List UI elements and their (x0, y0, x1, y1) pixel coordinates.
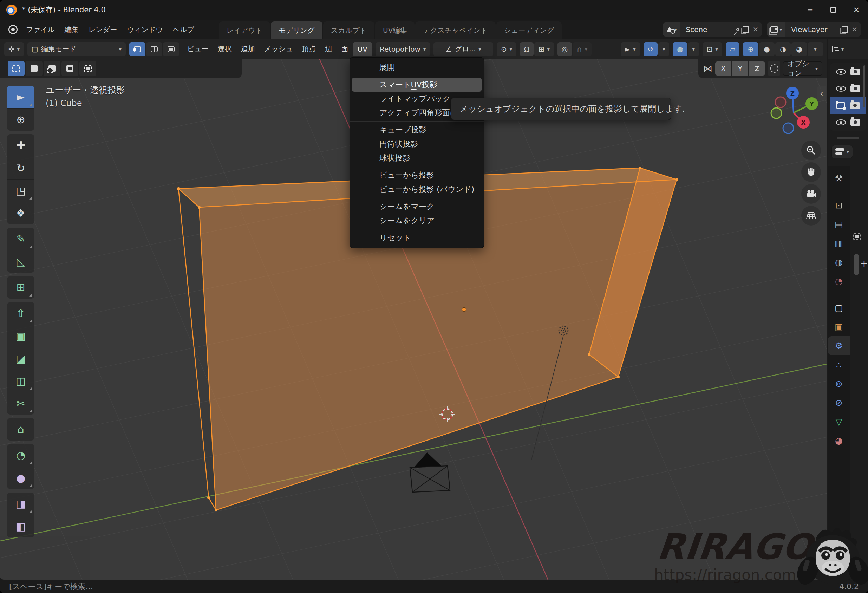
select-set-button[interactable] (8, 61, 25, 76)
edit-mode-object-icon[interactable] (836, 102, 845, 109)
menu-edit[interactable]: 編集 (60, 22, 84, 37)
tab-layout[interactable]: レイアウト (219, 21, 270, 39)
correct-face-attributes-button[interactable] (768, 61, 780, 76)
snap-toggle-button[interactable]: Ω (520, 42, 534, 56)
tab-physics[interactable]: ⊚ (828, 374, 850, 393)
eye-icon[interactable] (836, 86, 846, 92)
tab-uv-editing[interactable]: UV編集 (375, 21, 415, 39)
extra-gizmo-button[interactable]: ⊡ ▾ (703, 42, 722, 56)
falloff-button[interactable]: ∩ ▾ (573, 42, 592, 56)
shading-settings-button[interactable]: ▾ (807, 42, 823, 56)
outliner-row[interactable] (830, 114, 866, 131)
select-intersect-button[interactable] (80, 61, 96, 76)
viewlayer-name-field[interactable]: ViewLayer (785, 25, 838, 34)
tab-object[interactable]: ▣ (828, 317, 850, 336)
menu-item-sphere-projection[interactable]: 球状投影 (350, 151, 484, 165)
scene-browse-button[interactable]: ▾ (663, 22, 680, 37)
tool-smooth[interactable]: ● (7, 466, 34, 489)
tab-modeling[interactable]: モデリング (271, 21, 322, 39)
pivot-point-selector[interactable]: ⊙ ▾ (497, 42, 517, 56)
add-icon[interactable]: + (860, 258, 868, 269)
tab-sculpting[interactable]: スカルプト (323, 21, 375, 39)
tab-render[interactable]: ⊡ (828, 196, 850, 215)
menu-uv[interactable]: UV (353, 42, 372, 56)
camera-render-icon[interactable] (850, 119, 860, 126)
remove-viewlayer-icon[interactable]: ✕ (852, 25, 858, 34)
face-select-button[interactable] (163, 42, 179, 56)
outliner-filter-button[interactable]: ▾ (831, 145, 853, 158)
tab-world[interactable]: ◔ (828, 271, 850, 291)
gizmo-settings-button[interactable]: ▾ (658, 42, 669, 56)
minimize-button[interactable]: ─ (799, 0, 822, 20)
tab-collection[interactable]: ▢ (828, 298, 850, 317)
view-object-types-button[interactable]: ► ▾ (621, 42, 640, 56)
tool-bevel[interactable]: ◪ (7, 347, 34, 370)
camera-render-icon[interactable] (850, 68, 860, 75)
tool-knife[interactable]: ✂ (7, 392, 34, 415)
tool-extrude-region[interactable]: ⇧ (7, 302, 34, 325)
vertex-select-button[interactable] (129, 42, 145, 56)
select-subtract-button[interactable] (44, 61, 61, 76)
properties-scrollbar[interactable] (854, 254, 859, 275)
mirror-y-button[interactable]: Y (732, 62, 748, 75)
transform-orientation[interactable]: ∠ グロ... ▾ (434, 42, 493, 56)
tool-inset-faces[interactable]: ▣ (7, 325, 34, 347)
toggle-xray-button[interactable]: ▱ (726, 42, 740, 56)
proportional-edit-button[interactable]: ◎ (558, 42, 572, 56)
camera-render-icon[interactable] (850, 102, 860, 109)
menu-face[interactable]: 面 (337, 41, 353, 56)
eye-icon[interactable] (836, 69, 846, 75)
mirror-x-button[interactable]: X (715, 62, 731, 75)
unlink-scene-icon[interactable]: ✕ (753, 25, 759, 34)
tool-cursor[interactable]: ⊕ (7, 108, 34, 131)
pin-icon[interactable] (736, 27, 740, 31)
tool-poly-build[interactable]: ⌂ (7, 418, 34, 441)
zoom-button[interactable] (801, 140, 821, 160)
tab-object-data[interactable]: ▽ (828, 412, 850, 431)
camera-render-icon[interactable] (850, 86, 860, 92)
new-viewlayer-icon[interactable] (841, 26, 848, 33)
solid-shading-button[interactable]: ● (759, 42, 775, 56)
tool-add-cube[interactable]: ⊞ (7, 276, 34, 299)
select-invert-button[interactable] (62, 61, 78, 76)
viewlayer-browse-button[interactable]: ▾ (767, 22, 785, 37)
panel-resize-handle[interactable] (837, 137, 859, 139)
tool-loop-cut[interactable]: ◫ (7, 370, 34, 392)
tool-annotate[interactable]: ✎ (7, 228, 34, 250)
menu-select[interactable]: 選択 (213, 41, 236, 56)
eye-icon[interactable] (836, 119, 846, 125)
axis-neg-x-handle[interactable] (775, 97, 786, 108)
pan-button[interactable] (801, 162, 821, 182)
navigation-gizmo[interactable]: Z Y X (762, 78, 825, 149)
mode-selector[interactable]: ▢ 編集モード ▾ (27, 42, 126, 56)
axis-neg-y-handle[interactable] (771, 108, 782, 118)
tab-particles[interactable]: ∴ (828, 355, 850, 374)
menu-item-project-from-view[interactable]: ビューから投影 (350, 168, 484, 182)
mirror-z-button[interactable]: Z (749, 62, 765, 75)
tool-move[interactable]: ✚ (7, 134, 34, 157)
menu-add[interactable]: 追加 (236, 41, 260, 56)
tab-shading[interactable]: シェーディング (496, 21, 562, 39)
new-scene-icon[interactable] (743, 26, 749, 33)
tab-material[interactable]: ◕ (828, 431, 850, 450)
menu-item-clear-seam[interactable]: シームをクリア (350, 214, 484, 228)
menu-item-cylinder-projection[interactable]: 円筒状投影 (350, 137, 484, 151)
outliner-display-icon[interactable] (832, 46, 839, 52)
menu-item-cube-projection[interactable]: キューブ投影 (350, 123, 484, 137)
menu-item-smart-uv-project[interactable]: スマートUV投影 (352, 78, 481, 92)
tool-measure[interactable]: ◺ (7, 250, 34, 273)
tab-modifiers[interactable]: ⚙ (828, 336, 850, 355)
tab-output[interactable]: ▤ (828, 215, 850, 234)
outliner-scrollbar[interactable] (864, 65, 865, 108)
tool-edge-slide[interactable]: ◨ (7, 493, 34, 515)
outliner-row[interactable] (830, 80, 866, 97)
close-button[interactable]: ✕ (845, 0, 868, 20)
tool-select-box[interactable]: ► (7, 86, 34, 108)
menu-help[interactable]: ヘルプ (168, 22, 199, 37)
menu-item-mark-seam[interactable]: シームをマーク (350, 199, 484, 214)
select-extend-button[interactable] (26, 61, 43, 76)
tool-shrink-fatten[interactable]: ◧ (7, 515, 34, 537)
menu-item-project-from-view-bounds[interactable]: ビューから投影 (バウンド) (350, 182, 484, 196)
show-gizmo-button[interactable]: ↺ (644, 42, 658, 56)
scene-name-field[interactable]: Scene (680, 25, 733, 34)
